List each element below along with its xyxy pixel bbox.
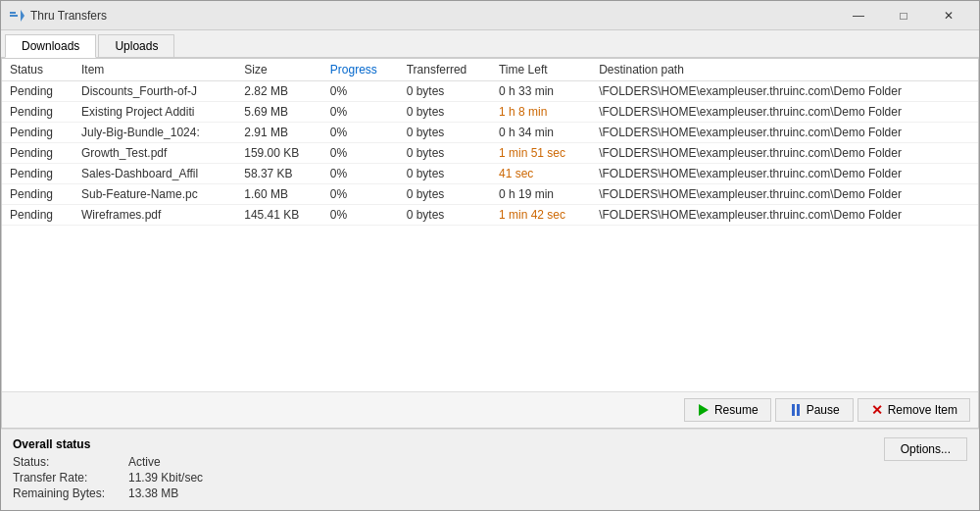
tab-downloads[interactable]: Downloads (5, 34, 96, 58)
table-cell: 0% (322, 184, 399, 205)
title-bar: Thru Transfers — □ ✕ (1, 1, 979, 30)
table-cell: 0 h 33 min (491, 81, 591, 102)
table-cell: Pending (2, 123, 74, 143)
table-cell: Sub-Feature-Name.pc (74, 184, 236, 205)
svg-rect-0 (10, 12, 16, 14)
col-header-transferred: Transferred (399, 59, 491, 81)
status-remaining-value: 13.38 MB (128, 486, 178, 500)
col-header-progress: Progress (322, 59, 399, 81)
table-cell: 0 h 34 min (491, 123, 591, 143)
status-row-rate: Transfer Rate: 11.39 Kbit/sec (13, 471, 203, 485)
status-row-remaining: Remaining Bytes: 13.38 MB (13, 486, 203, 500)
close-button[interactable]: ✕ (926, 1, 971, 30)
table-row[interactable]: PendingSub-Feature-Name.pc1.60 MB0%0 byt… (2, 184, 978, 205)
status-rate-label: Transfer Rate: (13, 471, 121, 485)
remove-button[interactable]: ✕ Remove Item (858, 398, 970, 422)
table-cell: \FOLDERS\HOME\exampleuser.thruinc.com\De… (591, 123, 978, 143)
maximize-button[interactable]: □ (881, 1, 926, 30)
status-status-value: Active (128, 455, 161, 469)
table-header: Status Item Size Progress Transferred Ti… (2, 59, 978, 81)
options-button[interactable]: Options... (884, 437, 967, 461)
status-status-label: Status: (13, 455, 121, 469)
table-cell: \FOLDERS\HOME\exampleuser.thruinc.com\De… (591, 102, 978, 123)
table-cell: 145.41 KB (236, 205, 322, 226)
table-container: Status Item Size Progress Transferred Ti… (2, 59, 978, 391)
table-cell: Pending (2, 102, 74, 123)
table-body: PendingDiscounts_Fourth-of-J2.82 MB0%0 b… (2, 81, 978, 226)
table-cell: \FOLDERS\HOME\exampleuser.thruinc.com\De… (591, 164, 978, 184)
table-cell: 0 bytes (399, 184, 491, 205)
toolbar: Resume Pause ✕ Remove Item (2, 391, 978, 428)
table-cell: July-Big-Bundle_1024: (74, 123, 236, 143)
remove-icon: ✕ (870, 403, 884, 417)
table-row[interactable]: PendingDiscounts_Fourth-of-J2.82 MB0%0 b… (2, 81, 978, 102)
table-cell: 0 bytes (399, 205, 491, 226)
table-cell: \FOLDERS\HOME\exampleuser.thruinc.com\De… (591, 205, 978, 226)
table-cell: 0 bytes (399, 102, 491, 123)
table-cell: \FOLDERS\HOME\exampleuser.thruinc.com\De… (591, 184, 978, 205)
table-cell: Existing Project Additi (74, 102, 236, 123)
play-icon (697, 403, 710, 417)
table-cell: 2.91 MB (236, 123, 322, 143)
table-cell: Discounts_Fourth-of-J (74, 81, 236, 102)
svg-rect-1 (10, 15, 18, 17)
resume-button[interactable]: Resume (684, 398, 771, 422)
minimize-button[interactable]: — (836, 1, 881, 30)
svg-marker-2 (21, 10, 24, 22)
col-header-status: Status (2, 59, 74, 81)
table-cell: 1 h 8 min (491, 102, 591, 123)
table-cell: Growth_Test.pdf (74, 143, 236, 164)
table-row[interactable]: PendingSales-Dashboard_Affil58.37 KB0%0 … (2, 164, 978, 184)
table-cell: 159.00 KB (236, 143, 322, 164)
title-bar-buttons: — □ ✕ (836, 1, 971, 30)
app-icon (9, 8, 24, 24)
table-cell: 41 sec (491, 164, 591, 184)
status-bar: Overall status Status: Active Transfer R… (1, 429, 979, 510)
table-cell: 0 bytes (399, 123, 491, 143)
table-cell: Pending (2, 205, 74, 226)
table-row[interactable]: PendingExisting Project Additi5.69 MB0%0… (2, 102, 978, 123)
overall-status-title: Overall status (13, 437, 203, 451)
status-row-status: Status: Active (13, 455, 203, 469)
table-cell: 1 min 42 sec (491, 205, 591, 226)
table-cell: \FOLDERS\HOME\exampleuser.thruinc.com\De… (591, 143, 978, 164)
table-cell: Wireframes.pdf (74, 205, 236, 226)
pause-button[interactable]: Pause (775, 398, 854, 422)
status-remaining-label: Remaining Bytes: (13, 486, 121, 500)
table-row[interactable]: PendingJuly-Big-Bundle_1024:2.91 MB0%0 b… (2, 123, 978, 143)
main-window: Thru Transfers — □ ✕ Downloads Uploads S… (0, 0, 980, 511)
table-cell: 0% (322, 205, 399, 226)
table-cell: 0% (322, 81, 399, 102)
status-rate-value: 11.39 Kbit/sec (128, 471, 203, 485)
table-cell: Pending (2, 184, 74, 205)
content-area: Status Item Size Progress Transferred Ti… (1, 58, 979, 429)
table-cell: 0 bytes (399, 164, 491, 184)
table-row[interactable]: PendingWireframes.pdf145.41 KB0%0 bytes1… (2, 205, 978, 226)
table-cell: Pending (2, 81, 74, 102)
table-cell: \FOLDERS\HOME\exampleuser.thruinc.com\De… (591, 81, 978, 102)
table-cell: 0% (322, 123, 399, 143)
col-header-size: Size (236, 59, 322, 81)
table-cell: 0% (322, 143, 399, 164)
table-cell: Pending (2, 164, 74, 184)
transfers-table: Status Item Size Progress Transferred Ti… (2, 59, 978, 226)
table-cell: 0% (322, 102, 399, 123)
window-title: Thru Transfers (30, 9, 107, 23)
col-header-time-left: Time Left (491, 59, 591, 81)
table-cell: 1 min 51 sec (491, 143, 591, 164)
col-header-item: Item (74, 59, 236, 81)
pause-icon (789, 403, 803, 417)
table-cell: 5.69 MB (236, 102, 322, 123)
table-cell: 0% (322, 164, 399, 184)
table-cell: 0 h 19 min (491, 184, 591, 205)
tabs-bar: Downloads Uploads (1, 30, 979, 58)
table-cell: 0 bytes (399, 81, 491, 102)
tab-uploads[interactable]: Uploads (98, 34, 174, 57)
table-cell: Sales-Dashboard_Affil (74, 164, 236, 184)
table-cell: Pending (2, 143, 74, 164)
table-row[interactable]: PendingGrowth_Test.pdf159.00 KB0%0 bytes… (2, 143, 978, 164)
table-cell: 58.37 KB (236, 164, 322, 184)
title-bar-left: Thru Transfers (9, 8, 107, 24)
table-cell: 0 bytes (399, 143, 491, 164)
table-cell: 1.60 MB (236, 184, 322, 205)
